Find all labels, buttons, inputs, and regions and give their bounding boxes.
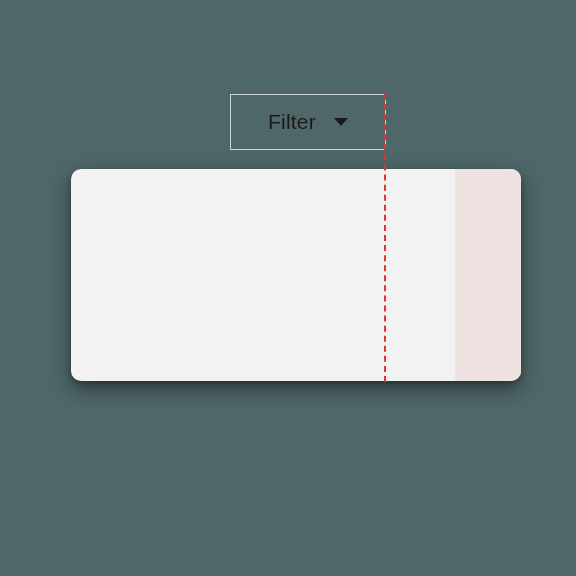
- filter-label: Filter: [268, 110, 316, 134]
- dropdown-panel: [71, 169, 521, 381]
- chevron-down-icon: [334, 118, 348, 126]
- misalignment-highlight: [455, 169, 521, 381]
- popover-panel: [71, 169, 521, 381]
- filter-dropdown-button[interactable]: Filter: [230, 94, 386, 150]
